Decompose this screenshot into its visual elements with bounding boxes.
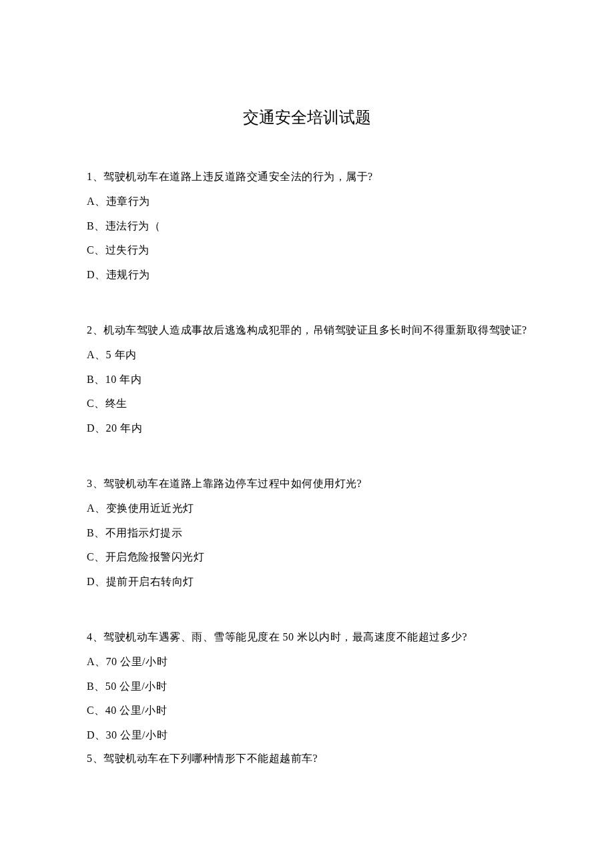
- option-b: B、10 年内: [87, 368, 527, 392]
- option-b: B、50 公里/小时: [87, 675, 527, 699]
- question-text: 4、驾驶机动车遇雾、雨、雪等能见度在 50 米以内时，最高速度不能超过多少?: [87, 625, 527, 650]
- question-5-text: 5、驾驶机动车在下列哪种情形下不能超越前车?: [87, 749, 527, 769]
- option-d: D、30 公里/小时: [87, 723, 527, 748]
- option-b: B、不用指示灯提示: [87, 521, 527, 546]
- option-b: B、违法行为（: [87, 214, 527, 239]
- question-text: 1、驾驶机动车在道路上违反道路交通安全法的行为，属于?: [87, 165, 527, 189]
- option-a: A、5 年内: [87, 343, 527, 368]
- page-title: 交通安全培训试题: [87, 107, 527, 128]
- option-c: C、终生: [87, 392, 527, 416]
- question-4: 4、驾驶机动车遇雾、雨、雪等能见度在 50 米以内时，最高速度不能超过多少? A…: [87, 625, 527, 769]
- question-2: 2、机动车驾驶人造成事故后逃逸构成犯罪的，吊销驾驶证且多长时间不得重新取得驾驶证…: [87, 318, 527, 441]
- question-3: 3、驾驶机动车在道路上靠路边停车过程中如何使用灯光? A、变换使用近近光灯 B、…: [87, 472, 527, 594]
- option-d: D、违规行为: [87, 263, 527, 288]
- option-d: D、20 年内: [87, 416, 527, 441]
- question-text: 3、驾驶机动车在道路上靠路边停车过程中如何使用灯光?: [87, 472, 527, 496]
- option-a: A、变换使用近近光灯: [87, 496, 527, 521]
- question-text: 2、机动车驾驶人造成事故后逃逸构成犯罪的，吊销驾驶证且多长时间不得重新取得驾驶证…: [87, 318, 527, 343]
- option-c: C、过失行为: [87, 238, 527, 263]
- option-a: A、70 公里/小时: [87, 650, 527, 675]
- option-c: C、40 公里/小时: [87, 699, 527, 723]
- option-c: C、开启危险报警闪光灯: [87, 545, 527, 570]
- option-d: D、提前开启右转向灯: [87, 570, 527, 594]
- question-1: 1、驾驶机动车在道路上违反道路交通安全法的行为，属于? A、违章行为 B、违法行…: [87, 165, 527, 288]
- option-a: A、违章行为: [87, 189, 527, 214]
